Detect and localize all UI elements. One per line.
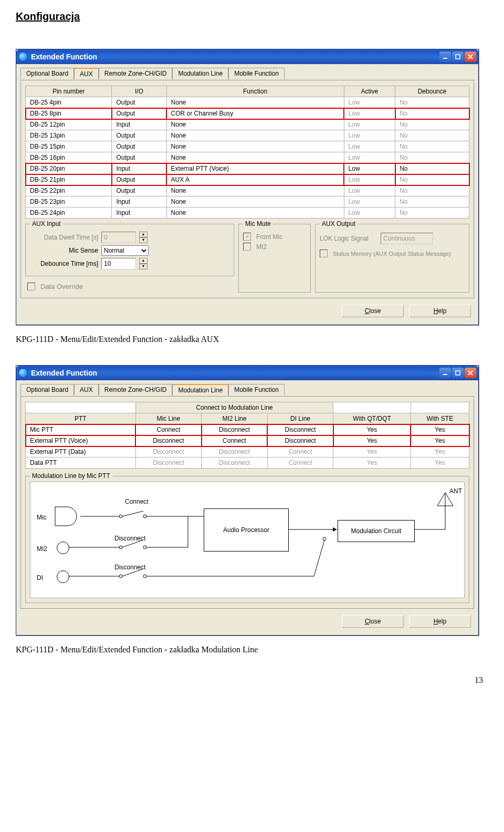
svg-point-23 (323, 537, 326, 540)
table-row[interactable]: Mic PTTConnectDisconnectDisconnectYesYes (26, 424, 469, 435)
col-mi2-line: MI2 Line (202, 413, 268, 424)
close-button[interactable] (465, 368, 476, 378)
tab-aux[interactable]: AUX (74, 68, 99, 79)
label-mi2: MI2 (256, 243, 267, 251)
titlebar: Extended Function (16, 49, 478, 64)
caption-1: KPG-111D - Menu/Edit/Extended Function -… (16, 335, 488, 344)
app-icon (18, 52, 28, 61)
tabstrip: Optional Board AUX Remote Zone-CH/GID Mo… (20, 67, 474, 79)
groupbox-mic-mute: Mic Mute ✓Front Mic MI2 (238, 224, 311, 293)
svg-line-17 (122, 569, 143, 576)
groupbox-aux-input: AUX Input Data Dwell Time [s] ▲▼ Mic Sen… (25, 224, 234, 276)
window-title: Extended Function (31, 369, 97, 377)
app-icon (18, 368, 28, 378)
label-debounce-time: Debounce Time [ms] (30, 260, 98, 267)
svg-rect-0 (443, 58, 447, 59)
maximize-button[interactable] (452, 368, 464, 378)
svg-point-7 (143, 515, 146, 518)
table-row[interactable]: DB-25 23pinInputNoneLowNo (26, 196, 469, 207)
window-title: Extended Function (31, 53, 97, 61)
legend-aux-output: AUX Output (320, 220, 358, 227)
table-row[interactable]: DB-25 12pinInputNoneLowNo (26, 119, 469, 130)
help-button[interactable]: Help (409, 615, 471, 628)
tab-optional-board[interactable]: Optional Board (20, 68, 74, 79)
legend-aux-input: AUX Input (30, 220, 63, 227)
checkbox-mi2 (243, 243, 251, 251)
aux-pin-table[interactable]: Pin number I/O Function Active Debounce … (25, 86, 469, 219)
checkbox-data-override (27, 283, 35, 290)
help-button[interactable]: Help (409, 305, 471, 317)
close-label: lose (369, 618, 381, 625)
checkbox-front-mic: ✓ (243, 233, 251, 241)
minimize-button[interactable] (439, 51, 451, 62)
page-title: Konfiguracja (16, 11, 488, 23)
svg-point-18 (143, 575, 146, 578)
svg-rect-2 (443, 374, 447, 375)
groupbox-diagram: Modulation Line by Mic PTT Mic MI2 DI Co… (25, 476, 469, 603)
svg-point-10 (119, 546, 122, 549)
table-row[interactable]: DB-25 16pinOutputNoneLowNo (26, 152, 469, 163)
titlebar: Extended Function (16, 366, 478, 380)
svg-point-16 (119, 575, 122, 578)
table-row[interactable]: Data PTTDisconnectDisconnectConnectYesYe… (26, 457, 469, 469)
table-row[interactable]: External PTT (Data)DisconnectDisconnectC… (26, 446, 469, 457)
col-active: Active (344, 86, 395, 97)
diagram-label-ant: ANT (449, 487, 462, 495)
table-row[interactable]: DB-25 8pinOutputCOR or Channel BusyLowNo (26, 108, 469, 119)
label-front-mic: Front Mic (256, 233, 282, 241)
col-debounce: Debounce (395, 86, 469, 97)
table-row[interactable]: DB-25 24pinInputNoneLowNo (26, 207, 469, 219)
tab-remote-zone[interactable]: Remote Zone-CH/GID (99, 384, 173, 396)
table-row[interactable]: DB-25 15pinOutputNoneLowNo (26, 141, 469, 152)
col-io: I/O (112, 86, 166, 97)
tab-modulation-line[interactable]: Modulation Line (172, 68, 228, 79)
help-label: elp (438, 307, 446, 315)
input-lok (381, 233, 433, 244)
legend-mic-mute: Mic Mute (243, 220, 273, 227)
table-row[interactable]: DB-25 22pinOutputNoneLowNo (26, 185, 469, 196)
svg-line-20 (314, 540, 324, 576)
minimize-button[interactable] (439, 368, 451, 378)
window-extended-function-aux: Extended Function Optional Board AUX Rem… (16, 49, 479, 325)
legend-diagram: Modulation Line by Mic PTT (30, 472, 112, 480)
groupbox-aux-output: AUX Output LOK Logic Signal Status Memor… (315, 224, 469, 293)
table-row[interactable]: DB-25 4pinOutputNoneLowNo (26, 97, 469, 108)
tab-optional-board[interactable]: Optional Board (20, 384, 74, 396)
help-label: elp (438, 618, 446, 625)
window-extended-function-modulation: Extended Function Optional Board AUX Rem… (16, 365, 479, 636)
select-mic-sense[interactable]: Normal (101, 245, 149, 256)
svg-point-5 (119, 515, 122, 518)
label-status-memory: Status Memory (AUX Output Status Message… (333, 251, 451, 257)
svg-rect-3 (456, 371, 460, 375)
svg-point-12 (143, 546, 146, 549)
table-row[interactable]: External PTT (Voice)DisconnectConnectDis… (26, 435, 469, 446)
svg-line-11 (122, 540, 143, 547)
label-data-override: Data Override (40, 283, 83, 290)
checkbox-status-memory (320, 249, 328, 257)
col-pin: Pin number (26, 86, 112, 97)
label-mic-sense: Mic Sense (30, 247, 98, 254)
tab-modulation-line[interactable]: Modulation Line (172, 384, 228, 396)
close-dialog-button[interactable]: Close (342, 615, 404, 628)
tab-mobile-function[interactable]: Mobile Function (228, 68, 285, 79)
tab-remote-zone[interactable]: Remote Zone-CH/GID (99, 68, 173, 79)
svg-rect-1 (456, 55, 460, 59)
table-row[interactable]: DB-25 20pinInputExternal PTT (Voice)LowN… (26, 163, 469, 174)
close-button[interactable] (465, 51, 476, 62)
caption-2: KPG-111D - Menu/Edit/Extended Function -… (16, 645, 488, 654)
input-debounce-time[interactable] (101, 258, 136, 269)
col-qt: With QT/DQT (333, 413, 411, 424)
close-dialog-button[interactable]: Close (342, 305, 404, 317)
svg-line-6 (122, 511, 143, 516)
modulation-diagram: Mic MI2 DI Connect Disconnect Disconnect (30, 482, 465, 598)
col-di-line: DI Line (267, 413, 333, 424)
table-row[interactable]: DB-25 13pinOutputNoneLowNo (26, 130, 469, 141)
col-mic-line: Mic Line (135, 413, 202, 424)
tab-aux[interactable]: AUX (74, 384, 99, 396)
tab-mobile-function[interactable]: Mobile Function (228, 384, 285, 396)
table-row[interactable]: DB-25 21pinOutputAUX ALowNo (26, 174, 469, 185)
modulation-table[interactable]: Connect to Modulation Line PTT Mic Line … (25, 402, 469, 469)
maximize-button[interactable] (452, 51, 464, 62)
block-audio-processor: Audio Processor (204, 508, 289, 552)
col-ptt: PTT (26, 413, 136, 424)
